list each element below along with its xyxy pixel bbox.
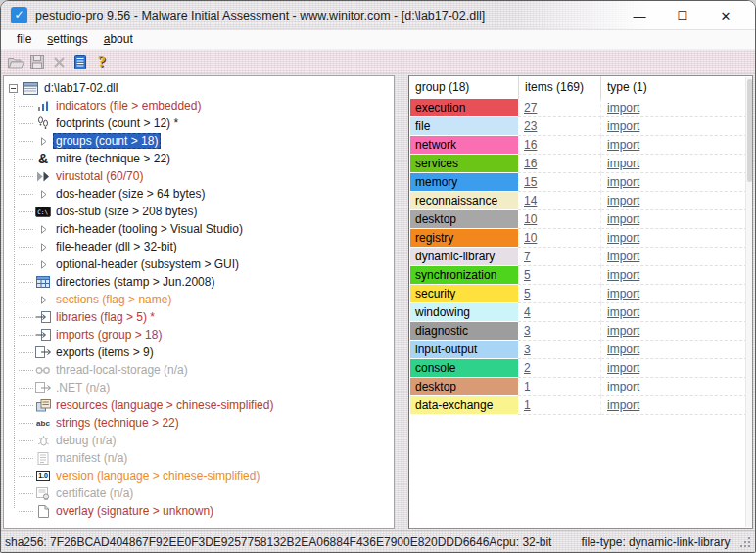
tree-item-strings[interactable]: abcstrings (technique > 22) — [8, 414, 394, 432]
items-count-link[interactable]: 4 — [524, 305, 531, 319]
items-count-link[interactable]: 1 — [524, 398, 531, 412]
group-cell[interactable]: diagnostic — [410, 322, 518, 341]
table-row[interactable]: desktop1import — [409, 378, 752, 396]
type-link[interactable]: import — [607, 138, 639, 152]
expander-icon[interactable] — [33, 296, 53, 304]
tree-item-mitre[interactable]: &mitre (technique > 22) — [8, 150, 394, 167]
tree-item-exports[interactable]: exports (items > 9) — [8, 344, 394, 361]
table-row[interactable]: security5import — [409, 285, 752, 303]
table-row[interactable]: registry10import — [409, 229, 752, 248]
table-row[interactable]: file23import — [409, 117, 752, 136]
group-cell[interactable]: execution — [410, 99, 518, 117]
group-cell[interactable]: data-exchange — [410, 396, 518, 415]
tree-item-imports[interactable]: imports (group > 18) — [8, 326, 394, 344]
table-row[interactable]: input-output3import — [409, 341, 752, 359]
table-row[interactable]: dynamic-library7import — [409, 248, 752, 266]
type-link[interactable]: import — [607, 250, 639, 263]
save-button[interactable] — [26, 52, 48, 72]
tree-item-dos-header[interactable]: dos-header (size > 64 bytes) — [8, 185, 394, 203]
group-cell[interactable]: windowing — [410, 303, 518, 322]
open-file-button[interactable] — [5, 52, 26, 72]
type-link[interactable]: import — [607, 157, 639, 170]
items-count-link[interactable]: 5 — [524, 268, 531, 282]
tree-item-resources[interactable]: resources (language > chinese-simplified… — [8, 396, 394, 414]
menu-item-file[interactable]: file — [9, 31, 39, 48]
items-count-link[interactable]: 16 — [524, 138, 537, 152]
table-row[interactable]: network16import — [409, 136, 752, 155]
table-row[interactable]: console2import — [409, 359, 752, 378]
group-cell[interactable]: file — [410, 117, 518, 136]
items-count-link[interactable]: 16 — [524, 157, 537, 170]
items-count-link[interactable]: 1 — [524, 380, 531, 393]
tree-item-optional-header[interactable]: optional-header (subsystem > GUI) — [8, 255, 394, 273]
items-count-link[interactable]: 15 — [524, 175, 537, 189]
items-count-link[interactable]: 7 — [524, 250, 531, 263]
column-header-items[interactable]: items (169) — [519, 76, 601, 99]
type-link[interactable]: import — [607, 119, 639, 133]
tree-item-footprints[interactable]: footprints (count > 12) * — [8, 115, 394, 132]
resize-grip[interactable] — [739, 536, 751, 548]
table-row[interactable]: memory15import — [409, 173, 752, 192]
group-cell[interactable]: reconnaissance — [410, 192, 518, 210]
items-count-link[interactable]: 10 — [524, 231, 537, 245]
tree-item-sections[interactable]: sections (flag > name) — [8, 291, 394, 308]
report-button[interactable] — [70, 52, 91, 72]
type-link[interactable]: import — [607, 194, 639, 207]
table-row[interactable]: reconnaissance14import — [409, 192, 752, 210]
tree-item-file-root[interactable]: d:\lab17-02.dll — [8, 79, 394, 97]
group-cell[interactable]: input-output — [410, 341, 518, 359]
type-link[interactable]: import — [607, 231, 639, 245]
tree-item-virustotal[interactable]: virustotal (60/70) — [8, 167, 394, 185]
type-link[interactable]: import — [607, 268, 639, 282]
items-count-link[interactable]: 3 — [524, 343, 531, 356]
tree-item-indicators[interactable]: indicators (file > embedded) — [8, 97, 394, 115]
table-row[interactable]: windowing4import — [409, 303, 752, 322]
items-count-link[interactable]: 27 — [524, 101, 537, 115]
help-button[interactable]: ? — [91, 52, 113, 72]
group-cell[interactable]: desktop — [410, 378, 518, 396]
tree-item-libraries[interactable]: libraries (flag > 5) * — [8, 308, 394, 326]
expander-icon[interactable] — [33, 225, 53, 234]
column-header-group[interactable]: group (18) — [409, 76, 519, 99]
group-cell[interactable]: synchronization — [410, 266, 518, 285]
tree-item-version[interactable]: 1.0version (language > chinese-simplifie… — [8, 467, 394, 484]
expander-icon[interactable] — [33, 260, 53, 269]
maximize-button[interactable]: ☐ — [661, 2, 704, 29]
tree-item-dotnet[interactable]: .NET (n/a) — [8, 379, 394, 396]
close-file-button[interactable] — [48, 52, 70, 72]
expander-icon[interactable] — [33, 137, 53, 146]
tree-item-rich-header[interactable]: rich-header (tooling > Visual Studio) — [8, 220, 394, 238]
tree-item-directories[interactable]: directories (stamp > Jun.2008) — [8, 273, 394, 291]
table-row[interactable]: execution27import — [409, 99, 752, 117]
type-link[interactable]: import — [607, 175, 639, 189]
group-cell[interactable]: memory — [410, 173, 518, 192]
menu-item-about[interactable]: about — [96, 31, 141, 48]
table-row[interactable]: services16import — [409, 155, 752, 173]
group-cell[interactable]: registry — [410, 229, 518, 248]
group-cell[interactable]: desktop — [410, 210, 518, 229]
minimize-button[interactable]: — — [618, 2, 661, 29]
type-link[interactable]: import — [607, 380, 639, 393]
type-link[interactable]: import — [607, 361, 639, 375]
tree-item-groups[interactable]: groups (count > 18) — [8, 132, 394, 150]
tree-item-file-header[interactable]: file-header (dll > 32-bit) — [8, 238, 394, 255]
table-row[interactable]: diagnostic3import — [409, 322, 752, 341]
items-count-link[interactable]: 3 — [524, 324, 531, 338]
scrollbar-thumb[interactable] — [747, 79, 752, 182]
group-cell[interactable]: security — [410, 285, 518, 303]
column-header-type[interactable]: type (1) — [601, 76, 752, 99]
items-count-link[interactable]: 2 — [524, 361, 531, 375]
items-count-link[interactable]: 5 — [524, 287, 531, 300]
table-row[interactable]: data-exchange1import — [409, 396, 752, 415]
expander-icon[interactable] — [33, 243, 53, 252]
table-row[interactable]: desktop10import — [409, 210, 752, 229]
tree-item-overlay[interactable]: overlay (signature > unknown) — [8, 502, 394, 520]
tree-item-debug[interactable]: debug (n/a) — [8, 432, 394, 449]
tree-item-dos-stub[interactable]: C:\dos-stub (size > 208 bytes) — [8, 203, 394, 220]
group-cell[interactable]: console — [410, 359, 518, 378]
expander-icon[interactable] — [33, 190, 53, 199]
tree-item-certificate[interactable]: certificate (n/a) — [8, 484, 394, 502]
items-count-link[interactable]: 23 — [524, 119, 537, 133]
type-link[interactable]: import — [607, 343, 639, 356]
tree-item-thread-local-storage[interactable]: thread-local-storage (n/a) — [8, 361, 394, 379]
